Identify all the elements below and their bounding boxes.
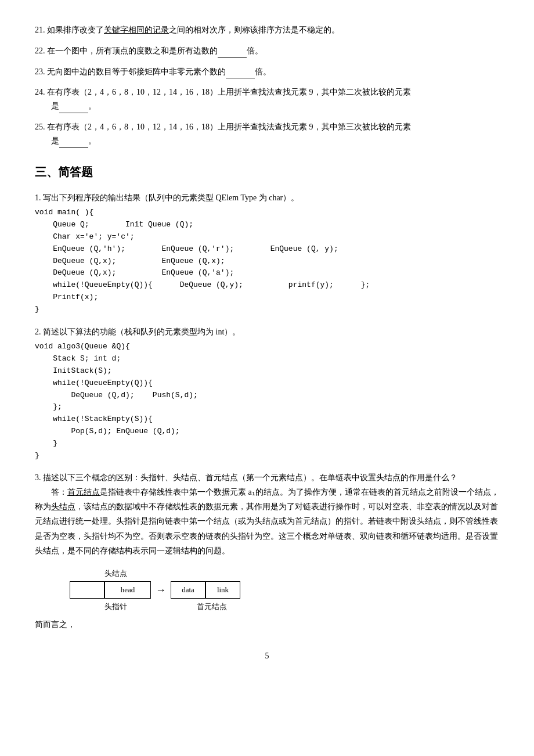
q21-text1: 如果排序改变了关键字相同的记录之间的相对次序，则称该排序方法是不稳定的。 — [47, 26, 340, 34]
subq2-code: void algo3(Queue &Q){ Stack S; int d; In… — [35, 341, 499, 462]
subq1-code: void main( ){ Queue Q; Init Queue (Q); C… — [35, 207, 499, 315]
q22-blank — [218, 49, 247, 58]
q25-blank — [59, 139, 88, 148]
subq3-desc: 3. 描述以下三个概念的区别：头指针、头结点、首元结点（第一个元素结点）。在单链… — [35, 471, 499, 485]
question-25: 25. 在有序表（2，4，6，8，10，12，14，16，18）上用折半查找法查… — [35, 120, 499, 148]
diagram-label-first-node: 首元结点 — [197, 600, 227, 613]
diagram-labels-row: 头指针 首元结点 — [70, 600, 499, 613]
q23-blank — [226, 69, 255, 78]
q23-text: 无向图中边的数目等于邻接矩阵中非零元素个数的倍。 — [47, 67, 271, 76]
subq3-after-diagram: 简而言之， — [35, 618, 499, 632]
diagram-box-head: head — [104, 581, 151, 599]
diagram-row: head → data link — [70, 581, 499, 599]
diagram-box-data: data — [171, 581, 205, 599]
diagram-top-label: 头结点 — [104, 567, 499, 580]
diagram-box-link: link — [205, 581, 240, 599]
q25-text: 在有序表（2，4，6，8，10，12，14，16，18）上用折半查找法查找元素 … — [47, 123, 411, 131]
question-24: 24. 在有序表（2，4，6，8，10，12，14，16，18）上用折半查找法查… — [35, 85, 499, 113]
question-22: 22. 在一个图中，所有顶点的度数之和是所有边数的倍。 — [35, 44, 499, 58]
q25-text2: 是。 — [51, 136, 96, 145]
question-21: 21. 如果排序改变了关键字相同的记录之间的相对次序，则称该排序方法是不稳定的。 — [35, 23, 499, 37]
subq1-desc: 1. 写出下列程序段的输出结果（队列中的元素类型 QElem Type 为 ch… — [35, 191, 499, 205]
q21-num: 21. — [35, 26, 47, 34]
q22-num: 22. — [35, 46, 47, 55]
q24-blank — [59, 104, 88, 113]
subq3: 3. 描述以下三个概念的区别：头指针、头结点、首元结点（第一个元素结点）。在单链… — [35, 471, 499, 631]
question-23: 23. 无向图中边的数目等于邻接矩阵中非零元素个数的倍。 — [35, 65, 499, 79]
subq2: 2. 简述以下算法的功能（栈和队列的元素类型均为 int）。 void algo… — [35, 325, 499, 462]
subq3-answer: 答：首元结点是指链表中存储线性表中第一个数据元素 a₁的结点。为了操作方便，通常… — [35, 485, 499, 558]
section3-title: 三、简答题 — [35, 162, 499, 182]
fill-questions-section: 21. 如果排序改变了关键字相同的记录之间的相对次序，则称该排序方法是不稳定的。… — [35, 23, 499, 148]
q22-text: 在一个图中，所有顶点的度数之和是所有边数的倍。 — [47, 46, 263, 55]
q23-num: 23. — [35, 67, 47, 76]
diagram-container: 头结点 head → data link 头指针 首元结点 — [70, 567, 499, 613]
diagram-box-empty — [70, 581, 104, 599]
diagram-label-head-pointer: 头指针 — [104, 600, 127, 613]
subq1: 1. 写出下列程序段的输出结果（队列中的元素类型 QElem Type 为 ch… — [35, 191, 499, 316]
section3: 三、简答题 1. 写出下列程序段的输出结果（队列中的元素类型 QElem Typ… — [35, 162, 499, 632]
q25-num: 25. — [35, 123, 47, 131]
q24-text: 在有序表（2，4，6，8，10，12，14，16，18）上用折半查找法查找元素 … — [47, 88, 411, 96]
page-number: 5 — [35, 649, 499, 663]
diagram-arrow: → — [156, 581, 166, 599]
q24-num: 24. — [35, 88, 47, 96]
subq2-desc: 2. 简述以下算法的功能（栈和队列的元素类型均为 int）。 — [35, 325, 499, 339]
q24-text2: 是。 — [51, 102, 96, 110]
